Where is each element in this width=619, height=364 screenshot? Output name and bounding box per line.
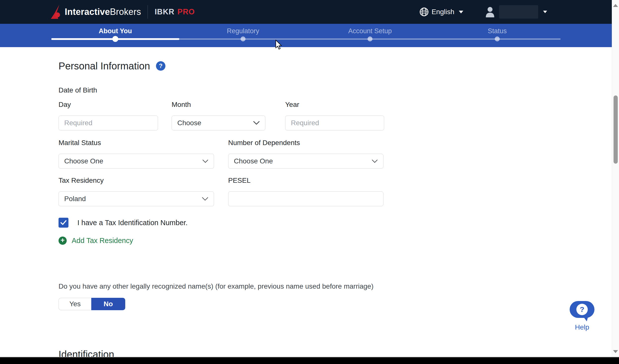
plan-badge: IBKRPRO [155, 7, 195, 16]
plan-name: IBKR [155, 7, 175, 16]
marital-status-select[interactable]: Choose One [59, 154, 214, 169]
add-tax-residency-link[interactable]: + Add Tax Residency [59, 237, 619, 245]
globe-icon [420, 7, 429, 16]
brand-logo[interactable]: InteractiveBrokers [51, 5, 141, 19]
other-names-toggle: Yes No [59, 298, 619, 310]
year-input[interactable] [285, 116, 384, 130]
step-dot-about-you[interactable] [112, 36, 118, 42]
yes-button[interactable]: Yes [59, 298, 91, 310]
scroll-down-arrow-icon[interactable] [613, 350, 618, 353]
page-title: Personal Information [59, 61, 150, 71]
add-tax-residency-label: Add Tax Residency [72, 237, 133, 245]
dob-row: Day Month Choose Year [59, 101, 619, 130]
language-menu[interactable]: English [420, 7, 463, 16]
step-account-setup[interactable]: Account Setup [348, 27, 392, 35]
top-navbar: InteractiveBrokers IBKRPRO English [0, 0, 619, 24]
tin-checkbox-label: I have a Tax Identification Number. [77, 219, 187, 227]
brand-name-regular: Brokers [110, 7, 141, 17]
help-label: Help [569, 323, 595, 331]
chevron-down-icon [202, 159, 208, 163]
user-menu[interactable] [485, 5, 547, 19]
chevron-down-icon [459, 11, 463, 13]
step-dot-status[interactable] [495, 36, 500, 41]
plan-tier: PRO [178, 7, 195, 16]
user-icon [485, 6, 495, 17]
tax-residency-value: Poland [64, 195, 86, 203]
scrollbar-thumb[interactable] [614, 95, 618, 164]
chevron-down-icon [372, 159, 378, 163]
step-dot-regulatory[interactable] [241, 36, 246, 41]
scroll-up-arrow-icon[interactable] [613, 4, 618, 7]
username-redacted [499, 5, 538, 19]
year-label: Year [285, 101, 384, 108]
bottom-black-bar [0, 357, 619, 364]
dependents-value: Choose One [234, 157, 273, 165]
vertical-scrollbar[interactable] [612, 0, 619, 357]
chevron-down-icon [253, 121, 260, 125]
pesel-label: PESEL [228, 177, 383, 184]
pesel-input[interactable] [228, 191, 383, 206]
progress-bar: About You Regulatory Account Setup Statu… [0, 24, 619, 47]
header-actions: English [420, 5, 547, 19]
month-select[interactable]: Choose [172, 116, 265, 130]
header-divider [148, 5, 148, 19]
dependents-label: Number of Dependents [228, 139, 383, 146]
tin-checkbox[interactable] [59, 218, 68, 228]
marital-status-value: Choose One [64, 157, 103, 165]
no-button[interactable]: No [91, 298, 125, 310]
marital-status-label: Marital Status [59, 139, 214, 146]
question-mark-icon: ? [576, 304, 588, 315]
tax-pesel-row: Tax Residency Poland PESEL [59, 177, 619, 206]
brand-name-bold: Interactive [65, 7, 110, 17]
other-names-question: Do you have any other legally recognized… [59, 282, 619, 291]
dob-group-label: Date of Birth [59, 87, 619, 94]
step-about-you[interactable]: About You [99, 27, 132, 35]
day-input[interactable] [59, 116, 158, 130]
month-label: Month [172, 101, 265, 108]
help-bubble-icon[interactable]: ? [570, 301, 594, 318]
step-dot-account-setup[interactable] [368, 36, 372, 41]
tin-checkbox-row[interactable]: I have a Tax Identification Number. [59, 218, 619, 228]
tax-residency-label: Tax Residency [59, 177, 214, 184]
page: InteractiveBrokers IBKRPRO English [0, 0, 619, 359]
dependents-select[interactable]: Choose One [228, 154, 383, 169]
month-select-value: Choose [177, 119, 201, 127]
step-status[interactable]: Status [488, 27, 507, 35]
language-label: English [432, 8, 454, 16]
help-widget[interactable]: ? Help [569, 301, 595, 331]
ib-logo-icon [51, 5, 62, 19]
brand-name: InteractiveBrokers [65, 7, 141, 17]
checkmark-icon [60, 220, 67, 225]
chevron-down-icon [543, 11, 547, 13]
main-content: Personal Information ? Date of Birth Day… [0, 61, 619, 359]
step-regulatory[interactable]: Regulatory [227, 27, 259, 35]
marital-dependents-row: Marital Status Choose One Number of Depe… [59, 139, 619, 169]
day-label: Day [59, 101, 158, 108]
section-help-icon[interactable]: ? [156, 61, 165, 71]
plus-icon: + [59, 237, 67, 245]
tax-residency-select[interactable]: Poland [59, 191, 214, 206]
chevron-down-icon [202, 197, 208, 201]
